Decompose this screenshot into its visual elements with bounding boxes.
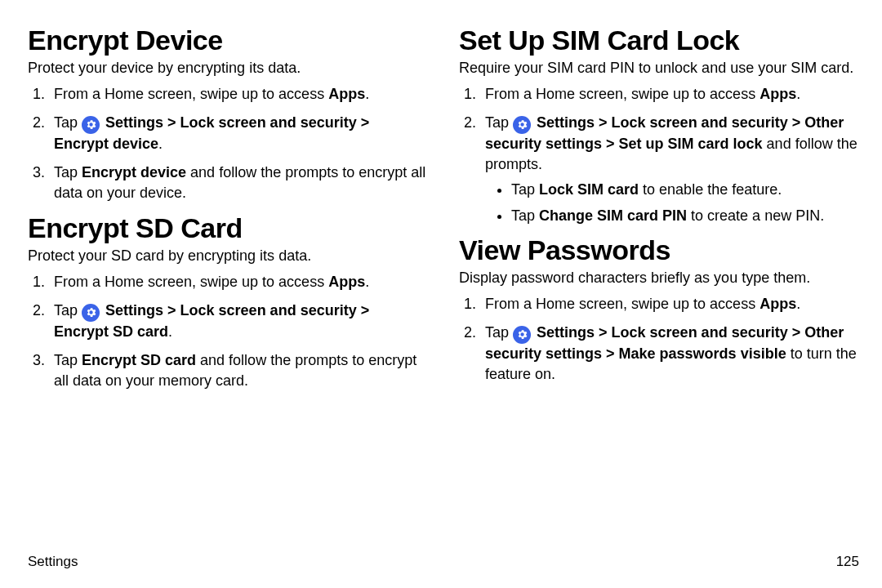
- footer-page-number: 125: [836, 554, 859, 570]
- page-footer: Settings 125: [28, 554, 859, 570]
- heading-encrypt-sd-card: Encrypt SD Card: [28, 212, 428, 244]
- step-item: Tap Settings > Lock screen and security …: [49, 301, 428, 342]
- step-text: .: [796, 86, 800, 102]
- settings-gear-icon: [513, 116, 531, 134]
- step-bold: Apps: [760, 296, 796, 312]
- two-column-layout: Encrypt Device Protect your device by en…: [28, 20, 859, 399]
- step-item: From a Home screen, swipe up to access A…: [49, 84, 428, 105]
- steps-encrypt-device: From a Home screen, swipe up to access A…: [33, 84, 428, 203]
- step-bold: Settings > Lock screen and security > En…: [54, 302, 369, 340]
- step-item: Tap Settings > Lock screen and security …: [480, 113, 859, 225]
- step-text: From a Home screen, swipe up to access: [485, 86, 760, 102]
- step-bold: Apps: [328, 274, 365, 290]
- step-text: Tap: [54, 352, 82, 368]
- step-text: .: [158, 136, 163, 152]
- step-text: From a Home screen, swipe up to access: [54, 274, 328, 290]
- heading-sim-card-lock: Set Up SIM Card Lock: [459, 24, 859, 56]
- bullet-text: Tap: [511, 207, 539, 224]
- step-text: From a Home screen, swipe up to access: [485, 296, 760, 312]
- step-text: Tap: [54, 302, 82, 318]
- steps-view-passwords: From a Home screen, swipe up to access A…: [464, 294, 859, 385]
- settings-gear-icon: [82, 304, 100, 322]
- step-text: Tap: [54, 164, 82, 180]
- bullet-text: to enable the feature.: [639, 181, 782, 198]
- step-bold: Settings > Lock screen and security > En…: [54, 114, 369, 152]
- step-bold: Encrypt SD card: [82, 352, 196, 368]
- settings-gear-icon: [513, 326, 531, 344]
- heading-encrypt-device: Encrypt Device: [28, 24, 428, 56]
- step-item: Tap Encrypt SD card and follow the promp…: [49, 350, 428, 391]
- step-item: From a Home screen, swipe up to access A…: [480, 294, 859, 314]
- step-text: .: [796, 296, 800, 312]
- substeps-sim: Tap Lock SIM card to enable the feature.…: [495, 180, 859, 225]
- bullet-bold: Change SIM card PIN: [539, 207, 687, 224]
- bullet-item: Tap Change SIM card PIN to create a new …: [511, 206, 859, 226]
- step-text: Tap: [485, 324, 513, 341]
- step-item: From a Home screen, swipe up to access A…: [49, 272, 428, 292]
- step-text: .: [365, 274, 369, 290]
- heading-view-passwords: View Passwords: [459, 234, 859, 266]
- step-text: .: [168, 323, 172, 340]
- step-bold: Apps: [760, 86, 796, 102]
- step-text: Tap: [485, 114, 513, 131]
- steps-encrypt-sd-card: From a Home screen, swipe up to access A…: [33, 272, 428, 391]
- left-column: Encrypt Device Protect your device by en…: [28, 20, 428, 399]
- lead-encrypt-sd-card: Protect your SD card by encrypting its d…: [28, 246, 428, 265]
- bullet-item: Tap Lock SIM card to enable the feature.: [511, 180, 859, 200]
- step-item: From a Home screen, swipe up to access A…: [480, 84, 859, 105]
- step-item: Tap Settings > Lock screen and security …: [49, 113, 428, 154]
- step-bold: Encrypt device: [82, 164, 186, 180]
- lead-view-passwords: Display password characters briefly as y…: [459, 268, 859, 287]
- step-text: From a Home screen, swipe up to access: [54, 86, 328, 102]
- step-item: Tap Settings > Lock screen and security …: [480, 323, 859, 385]
- settings-gear-icon: [82, 116, 100, 134]
- bullet-text: Tap: [511, 181, 539, 198]
- step-text: .: [365, 86, 369, 102]
- lead-sim-card-lock: Require your SIM card PIN to unlock and …: [459, 58, 859, 78]
- lead-encrypt-device: Protect your device by encrypting its da…: [28, 58, 428, 78]
- bullet-text: to create a new PIN.: [687, 207, 824, 224]
- step-item: Tap Encrypt device and follow the prompt…: [49, 163, 428, 203]
- right-column: Set Up SIM Card Lock Require your SIM ca…: [459, 20, 859, 399]
- step-bold: Apps: [328, 86, 365, 102]
- footer-section-label: Settings: [28, 554, 836, 570]
- step-text: Tap: [54, 114, 82, 131]
- bullet-bold: Lock SIM card: [539, 181, 639, 198]
- steps-sim-card-lock: From a Home screen, swipe up to access A…: [464, 84, 859, 225]
